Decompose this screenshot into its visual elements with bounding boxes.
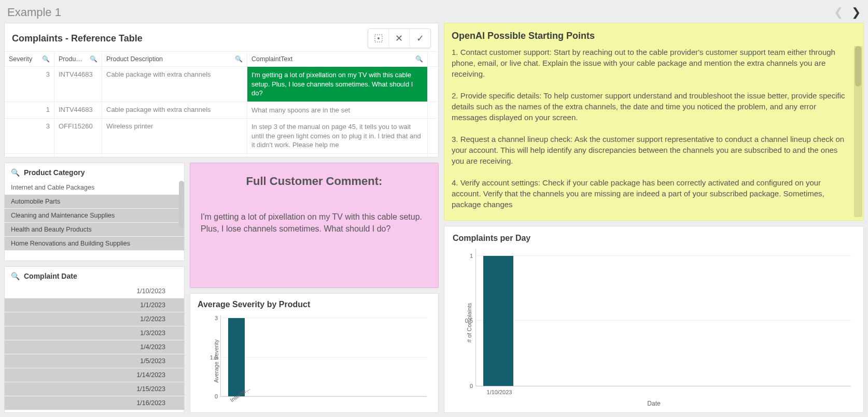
cell-product: OFFI15260 [54, 119, 102, 153]
search-icon[interactable]: 🔍 [90, 55, 97, 63]
cell-complaint: I'm getting a lot of pixellation on my T… [247, 67, 428, 102]
filter-title: Product Category [24, 168, 85, 177]
cell-description: Wireless printer [102, 154, 247, 157]
page-title: Example 1 [7, 6, 834, 19]
y-tick-label: 0 [202, 393, 218, 399]
bar[interactable] [228, 318, 245, 396]
list-item[interactable]: 1/14/2023 [5, 368, 184, 382]
y-tick-label: 1 [457, 253, 473, 259]
sheet-nav: ❮ ❯ [834, 6, 861, 19]
filter-title: Complaint Date [24, 272, 77, 280]
prev-sheet-icon[interactable]: ❮ [834, 6, 843, 19]
list-item[interactable]: 1/3/2023 [5, 326, 184, 340]
svg-point-1 [377, 37, 380, 39]
cell-severity: 3 [5, 119, 54, 153]
list-item[interactable]: 1/16/2023 [5, 396, 184, 410]
y-axis-label: Average Severity [213, 339, 219, 383]
avg-severity-chart-panel: Average Severity by Product Average Seve… [190, 293, 439, 413]
list-item[interactable]: 1/15/2023 [5, 382, 184, 396]
list-item[interactable]: Cleaning and Maintenance Supplies [5, 209, 184, 223]
cell-severity: 1 [5, 102, 54, 119]
complaints-table-title: Complaints - Reference Table [12, 33, 368, 44]
complaints-per-day-panel: Complaints per Day # of Complaints00.511… [444, 226, 864, 413]
complaints-per-day-chart[interactable]: # of Complaints00.511/10/2023 [453, 247, 855, 398]
bar[interactable] [483, 256, 513, 386]
scrollbar[interactable] [179, 181, 184, 261]
cell-description: Cable package with extra channels [102, 67, 247, 102]
cancel-selection-button[interactable]: ✕ [389, 29, 410, 48]
col-product[interactable]: Produ…🔍 [54, 52, 102, 66]
x-axis-label: Date [453, 400, 855, 407]
starting-points-title: OpenAI Possible Starting Points [452, 31, 848, 41]
next-sheet-icon[interactable]: ❯ [851, 6, 861, 19]
search-icon[interactable]: 🔍 [415, 55, 423, 63]
cell-product: OFFI15260 [54, 154, 102, 157]
list-item[interactable]: Automobile Parts [5, 195, 184, 209]
y-tick-label: 0.5 [457, 318, 473, 324]
cell-complaint: What many spoons are in the set [247, 102, 428, 119]
list-item[interactable]: Health and Beauty Products [5, 223, 184, 237]
cell-product: INTV44683 [54, 102, 102, 119]
comment-title: Full Customer Comment: [201, 175, 428, 188]
search-icon[interactable]: 🔍 [11, 168, 20, 177]
search-icon[interactable]: 🔍 [42, 55, 50, 63]
cell-complaint: The printer works great... The only thin… [247, 154, 428, 157]
y-tick-label: 1.5 [202, 354, 218, 361]
col-severity[interactable]: Severity🔍 [5, 52, 54, 66]
list-item[interactable]: Home Renovations and Building Supplies [5, 237, 184, 251]
cell-severity: 3 [5, 67, 54, 102]
table-row[interactable]: 1INTV44683Cable package with extra chann… [5, 102, 438, 119]
list-item[interactable]: 1/2/2023 [5, 312, 184, 326]
confirm-selection-button[interactable]: ✓ [410, 29, 430, 48]
cell-description: Wireless printer [102, 119, 247, 153]
list-item[interactable]: Internet and Cable Packages [5, 181, 184, 195]
table-row[interactable]: 3OFFI15260Wireless printerIn step 3 of t… [5, 119, 438, 154]
table-body: 3INTV44683Cable package with extra chann… [5, 67, 438, 157]
col-complaint[interactable]: ComplaintText🔍 [247, 52, 428, 66]
scrollbar-thumb[interactable] [855, 46, 861, 87]
list-item[interactable]: 1/5/2023 [5, 354, 184, 368]
scrollbar[interactable] [854, 46, 862, 217]
table-row[interactable]: 3INTV44683Cable package with extra chann… [5, 67, 438, 102]
cell-complaint: In step 3 of the manual on page 45, it t… [247, 119, 428, 153]
chart-title: Average Severity by Product [198, 300, 431, 309]
starting-points-panel: OpenAI Possible Starting Points 1. Conta… [444, 23, 864, 221]
page-header: Example 1 ❮ ❯ [0, 0, 868, 23]
search-icon[interactable]: 🔍 [235, 55, 243, 63]
x-tick-label: 1/10/2023 [479, 389, 520, 395]
full-comment-panel: Full Customer Comment: I'm getting a lot… [190, 163, 439, 288]
y-tick-label: 0 [457, 383, 473, 389]
table-header-row: Severity🔍 Produ…🔍 Product Description🔍 C… [5, 51, 438, 67]
chart-title: Complaints per Day [453, 234, 855, 243]
starting-points-body: 1. Contact customer support: Start by re… [452, 47, 848, 210]
selection-action-group: ✕ ✓ [368, 28, 431, 48]
comment-body: I'm getting a lot of pixellation on my T… [201, 211, 428, 235]
complaints-table-panel: Complaints - Reference Table ✕ ✓ Severit… [4, 23, 439, 157]
cell-product: INTV44683 [54, 67, 102, 102]
cell-severity: 2 [5, 154, 54, 157]
complaint-date-filter: 🔍Complaint Date 1/10/20231/1/20231/2/202… [4, 266, 185, 413]
table-row[interactable]: 2OFFI15260Wireless printerThe printer wo… [5, 154, 438, 157]
search-icon[interactable]: 🔍 [11, 272, 20, 280]
y-tick-label: 3 [202, 315, 218, 321]
smart-select-button[interactable] [368, 29, 389, 48]
scrollbar-thumb[interactable] [179, 181, 184, 227]
avg-severity-chart[interactable]: Average Severity01.53Interne... [198, 313, 431, 408]
product-category-filter: 🔍Product Category Internet and Cable Pac… [4, 163, 185, 261]
list-item[interactable]: 1/4/2023 [5, 340, 184, 354]
col-description[interactable]: Product Description🔍 [102, 52, 247, 66]
list-item[interactable]: 1/1/2023 [5, 298, 184, 312]
list-item[interactable]: 1/10/2023 [5, 284, 184, 298]
cell-description: Cable package with extra channels [102, 102, 247, 119]
